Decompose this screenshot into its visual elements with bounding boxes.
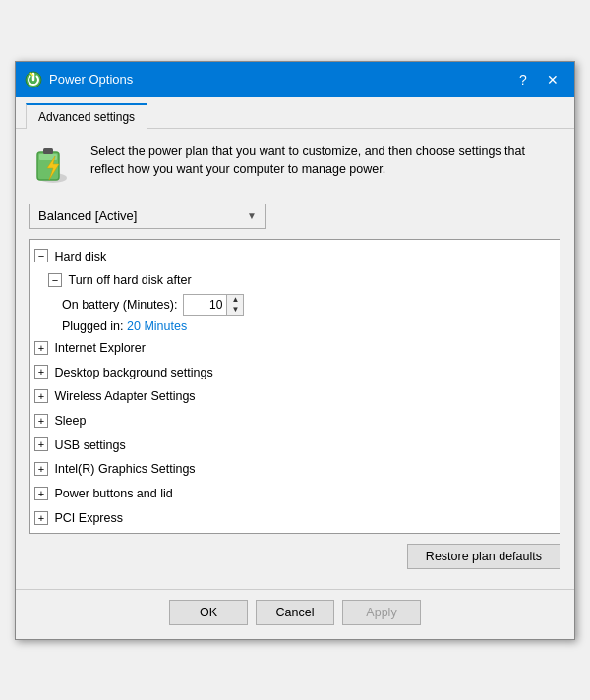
expand-icon[interactable]: +: [34, 462, 48, 476]
plugged-value: 20 Minutes: [127, 320, 187, 333]
power-plan-dropdown[interactable]: Balanced [Active] ▼: [30, 204, 266, 229]
app-icon: [24, 70, 43, 89]
cancel-button[interactable]: Cancel: [256, 600, 334, 625]
spin-up-button[interactable]: ▲: [227, 295, 243, 305]
expand-icon[interactable]: +: [34, 341, 48, 355]
tree-label: Power buttons and lid: [54, 487, 172, 500]
battery-minutes-row: On battery (Minutes): ▲ ▼: [30, 292, 560, 318]
power-plan-dropdown-container: Balanced [Active] ▼: [30, 204, 560, 229]
tree-item-wireless[interactable]: + Wireless Adapter Settings: [30, 383, 560, 408]
expand-icon[interactable]: +: [34, 511, 48, 525]
tree-item-hard-disk[interactable]: − Hard disk: [30, 244, 560, 268]
tree-item-usb[interactable]: + USB settings: [30, 433, 560, 457]
collapse-icon[interactable]: −: [48, 273, 62, 287]
tree-item-desktop-background[interactable]: + Desktop background settings: [30, 360, 560, 384]
tree-scroll-area[interactable]: − Hard disk − Turn off hard disk after O…: [30, 240, 560, 533]
spin-buttons: ▲ ▼: [227, 294, 244, 316]
tree-item-internet-explorer[interactable]: + Internet Explorer: [30, 335, 560, 360]
title-bar: Power Options ? ✕: [16, 62, 574, 97]
battery-label: On battery (Minutes):: [62, 298, 177, 312]
dialog-footer: OK Cancel Apply: [16, 589, 574, 639]
tree-item-power-buttons[interactable]: + Power buttons and lid: [30, 481, 560, 505]
intro-section: Select the power plan that you want to c…: [30, 143, 560, 190]
svg-rect-3: [43, 148, 53, 154]
power-options-window: Power Options ? ✕ Advanced settings: [15, 61, 575, 640]
close-button[interactable]: ✕: [539, 66, 566, 93]
window-controls: ? ✕: [509, 66, 566, 93]
expand-icon[interactable]: +: [34, 487, 48, 500]
battery-minutes-input[interactable]: [183, 294, 227, 316]
ok-button[interactable]: OK: [169, 600, 248, 625]
tree-label: PCI Express: [54, 511, 122, 525]
content-area: Select the power plan that you want to c…: [16, 129, 574, 589]
tree-item-pci-express[interactable]: + PCI Express: [30, 505, 560, 530]
collapse-icon[interactable]: −: [34, 249, 48, 262]
tree-item-sleep[interactable]: + Sleep: [30, 408, 560, 433]
plugged-label: Plugged in:: [62, 320, 127, 333]
tree-label: USB settings: [54, 438, 125, 451]
tree-label: Desktop background settings: [54, 365, 212, 379]
expand-icon[interactable]: +: [34, 414, 48, 428]
settings-tree: − Hard disk − Turn off hard disk after O…: [30, 239, 560, 534]
chevron-down-icon: ▼: [247, 210, 257, 221]
tree-label: Wireless Adapter Settings: [54, 389, 195, 403]
restore-row: Restore plan defaults: [30, 544, 560, 569]
help-button[interactable]: ?: [509, 66, 537, 93]
expand-icon[interactable]: +: [34, 389, 48, 403]
tree-item-turn-off-hard-disk[interactable]: − Turn off hard disk after: [30, 267, 560, 292]
spin-down-button[interactable]: ▼: [227, 305, 243, 315]
tab-advanced-settings[interactable]: Advanced settings: [26, 103, 148, 129]
power-icon: [30, 143, 77, 190]
tree-label: Sleep: [54, 414, 86, 428]
tree-item-intel-graphics[interactable]: + Intel(R) Graphics Settings: [30, 456, 560, 481]
battery-spinner[interactable]: ▲ ▼: [183, 294, 244, 316]
expand-icon[interactable]: +: [34, 438, 48, 451]
tree-label: Hard disk: [54, 249, 106, 262]
dropdown-value: Balanced [Active]: [38, 208, 137, 223]
restore-plan-defaults-button[interactable]: Restore plan defaults: [407, 544, 560, 569]
expand-icon[interactable]: +: [34, 365, 48, 379]
apply-button[interactable]: Apply: [342, 600, 421, 625]
tree-label: Intel(R) Graphics Settings: [54, 462, 195, 476]
tree-label: Internet Explorer: [54, 341, 145, 355]
intro-description: Select the power plan that you want to c…: [90, 143, 560, 180]
tab-bar: Advanced settings: [16, 97, 574, 129]
tree-label: Turn off hard disk after: [68, 273, 191, 287]
window-title: Power Options: [49, 72, 509, 87]
plugged-row: Plugged in: 20 Minutes: [30, 318, 560, 335]
